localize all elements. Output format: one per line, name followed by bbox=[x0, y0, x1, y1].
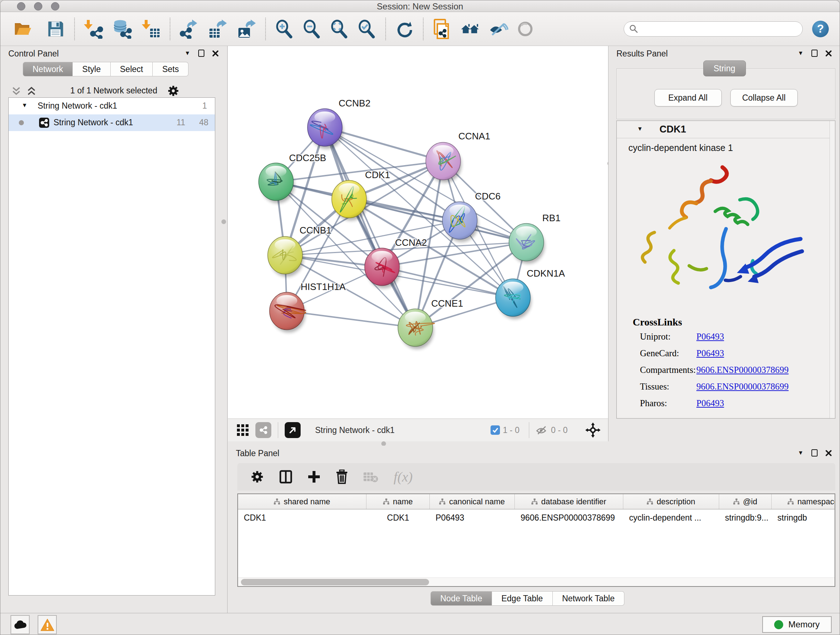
crosslink-link[interactable]: 9606.ENSP00000378699 bbox=[696, 382, 789, 392]
tab-sets[interactable]: Sets bbox=[153, 62, 188, 76]
import-network-button[interactable] bbox=[84, 19, 103, 39]
table-cell[interactable]: P06493 bbox=[430, 509, 515, 526]
collapse-all-button[interactable]: Collapse All bbox=[730, 89, 798, 106]
toolbar-separator bbox=[423, 18, 424, 40]
gear-icon[interactable] bbox=[167, 85, 180, 97]
home-button[interactable] bbox=[461, 19, 480, 39]
column-header--id[interactable]: @id bbox=[719, 494, 772, 509]
column-header-canonical-name[interactable]: canonical name bbox=[430, 494, 515, 509]
cloud-status-button[interactable] bbox=[11, 615, 30, 634]
network-row-selected[interactable]: String Network - cdk1 11 48 bbox=[9, 114, 215, 131]
export-image-button[interactable] bbox=[237, 19, 256, 39]
results-scrollbar[interactable] bbox=[829, 121, 835, 418]
tab-select[interactable]: Select bbox=[111, 62, 153, 76]
table-row[interactable]: CDK1CDK1P064939606.ENSP00000378699cyclin… bbox=[238, 509, 835, 526]
table-panel-header: Table Panel ▼ bbox=[228, 446, 840, 462]
column-header-shared-name[interactable]: shared name bbox=[238, 494, 366, 509]
copy-network-button[interactable] bbox=[432, 19, 452, 39]
network-node-CDKN1A[interactable]: CDKN1A bbox=[496, 268, 565, 319]
column-header-name[interactable]: name bbox=[366, 494, 430, 509]
tab-network-table[interactable]: Network Table bbox=[553, 591, 624, 606]
crosslink-label: Pharos: bbox=[640, 398, 667, 409]
delete-column-trash-icon[interactable] bbox=[336, 470, 348, 484]
section-expand-icon[interactable]: ▼ bbox=[637, 126, 643, 132]
horizontal-splitter[interactable] bbox=[228, 441, 840, 446]
crosslink-link[interactable]: 9606.ENSP00000378699 bbox=[696, 365, 789, 375]
crosslink-link[interactable]: P06493 bbox=[696, 348, 724, 358]
column-header-description[interactable]: description bbox=[623, 494, 719, 509]
memory-button[interactable]: Memory bbox=[762, 616, 832, 633]
float-panel-icon[interactable] bbox=[812, 449, 818, 456]
add-column-icon[interactable] bbox=[308, 470, 321, 483]
table-cell[interactable]: cyclin-dependent ... bbox=[623, 509, 719, 526]
network-canvas[interactable]: CCNB2CCNA1CDC25BCDK1CDC6RB1CCNB1CCNA2CDK… bbox=[228, 46, 608, 418]
zoom-out-button[interactable] bbox=[302, 19, 322, 39]
show-panels-button[interactable] bbox=[515, 19, 535, 39]
import-network-icon bbox=[84, 19, 103, 39]
network-node-HIST1H1A[interactable]: HIST1H1A bbox=[270, 281, 346, 333]
export-network-button[interactable] bbox=[179, 19, 199, 39]
splitter-handle[interactable] bbox=[221, 219, 226, 224]
protein-section-header[interactable]: ▼ CDK1 bbox=[617, 121, 829, 138]
network-node-CCNE1[interactable]: CCNE1 bbox=[398, 298, 463, 349]
network-node-CCNA2[interactable]: CCNA2 bbox=[365, 237, 427, 288]
column-header-namespace[interactable]: namespace bbox=[772, 494, 835, 509]
tab-style[interactable]: Style bbox=[73, 62, 111, 76]
close-panel-icon[interactable] bbox=[212, 50, 218, 57]
split-columns-icon[interactable] bbox=[279, 470, 292, 484]
table-cell[interactable]: stringdb:9... bbox=[719, 509, 772, 526]
table-cell[interactable]: stringdb bbox=[772, 509, 835, 526]
tab-network[interactable]: Network bbox=[23, 62, 73, 76]
hide-panels-button[interactable] bbox=[489, 19, 508, 39]
grid-view-icon[interactable] bbox=[237, 424, 249, 436]
control-panel-tabs: NetworkStyleSelectSets bbox=[23, 62, 188, 76]
network-share-view-button[interactable] bbox=[256, 422, 271, 438]
column-header-database-identifier[interactable]: database identifier bbox=[515, 494, 623, 509]
open-session-button[interactable] bbox=[13, 19, 32, 39]
delete-table-icon bbox=[363, 471, 378, 483]
scrollbar-thumb[interactable] bbox=[241, 579, 429, 585]
detach-view-button[interactable] bbox=[285, 422, 301, 438]
selected-nodes-checkbox[interactable] bbox=[491, 425, 500, 435]
network-collection-row[interactable]: ▼ String Network - cdk1 1 bbox=[9, 98, 215, 114]
collapse-panel-icon[interactable]: ▼ bbox=[798, 50, 804, 56]
crosslink-link[interactable]: P06493 bbox=[696, 332, 724, 342]
warnings-button[interactable] bbox=[38, 615, 57, 634]
network-node-CCNB1[interactable]: CCNB1 bbox=[268, 225, 332, 277]
import-network-from-database-button[interactable] bbox=[112, 19, 132, 39]
crosshair-icon[interactable] bbox=[585, 422, 601, 438]
tab-node-table[interactable]: Node Table bbox=[431, 591, 492, 606]
table-horizontal-scrollbar[interactable] bbox=[238, 578, 835, 586]
crosslink-link[interactable]: P06493 bbox=[696, 398, 724, 409]
eye-slash-icon bbox=[489, 20, 508, 38]
table-settings-gear-icon[interactable] bbox=[250, 470, 264, 484]
network-node-CCNB2[interactable]: CCNB2 bbox=[308, 98, 370, 149]
close-panel-icon[interactable] bbox=[826, 50, 832, 57]
expand-all-button[interactable]: Expand All bbox=[654, 89, 722, 106]
zoom-fit-button[interactable] bbox=[330, 19, 349, 39]
collapse-panel-icon[interactable]: ▼ bbox=[798, 450, 804, 456]
import-table-button[interactable] bbox=[141, 19, 161, 39]
export-table-button[interactable] bbox=[208, 19, 227, 39]
network-node-CCNA1[interactable]: CCNA1 bbox=[426, 131, 490, 182]
search-input[interactable] bbox=[638, 24, 790, 34]
protein-name: CDK1 bbox=[660, 124, 686, 135]
tab-edge-table[interactable]: Edge Table bbox=[492, 591, 553, 606]
refresh-layout-button[interactable] bbox=[395, 19, 414, 39]
close-panel-icon[interactable] bbox=[826, 450, 832, 456]
separator bbox=[278, 422, 278, 438]
save-session-button[interactable] bbox=[46, 19, 65, 39]
table-cell[interactable]: CDK1 bbox=[366, 509, 430, 526]
network-graph[interactable]: CCNB2CCNA1CDC25BCDK1CDC6RB1CCNB1CCNA2CDK… bbox=[228, 46, 608, 418]
zoom-in-button[interactable] bbox=[275, 19, 294, 39]
float-panel-icon[interactable] bbox=[812, 50, 818, 57]
tree-expand-icon[interactable]: ▼ bbox=[22, 103, 27, 108]
collapse-panel-icon[interactable]: ▼ bbox=[185, 50, 190, 56]
float-panel-icon[interactable] bbox=[198, 50, 204, 57]
network-node-RB1[interactable]: RB1 bbox=[509, 212, 561, 264]
help-button[interactable]: ? bbox=[812, 21, 829, 37]
zoom-selected-button[interactable] bbox=[357, 19, 377, 39]
table-cell[interactable]: CDK1 bbox=[238, 509, 366, 526]
table-cell[interactable]: 9606.ENSP00000378699 bbox=[515, 509, 623, 526]
tab-string[interactable]: String bbox=[703, 60, 745, 76]
